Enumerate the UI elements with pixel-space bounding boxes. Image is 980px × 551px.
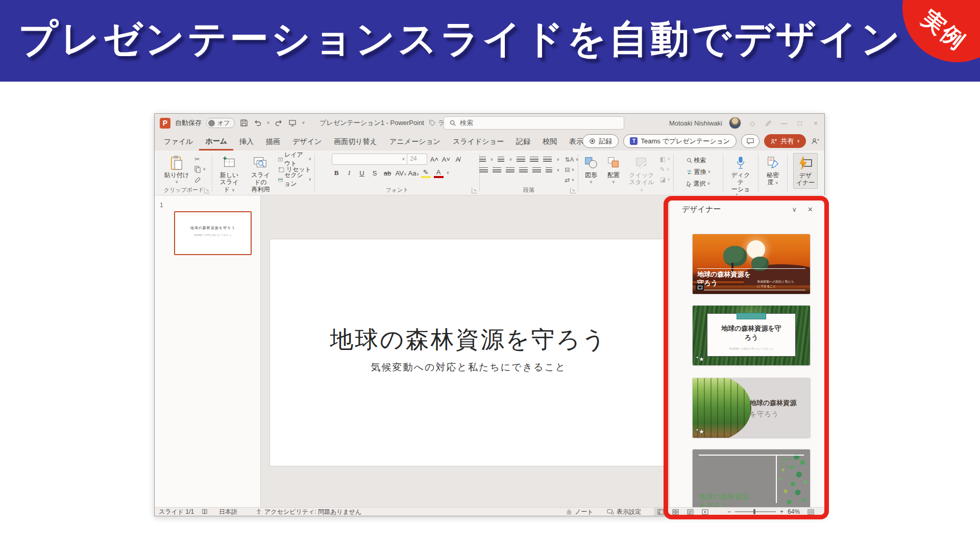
font-size-input[interactable]: 24 (407, 154, 427, 165)
designer-button[interactable]: デザイナー (793, 153, 818, 189)
slideshow-view-button[interactable] (698, 508, 712, 516)
design-suggestion-photo-arc[interactable]: 地球の森林資源 を守ろう ✦★ (693, 378, 810, 438)
reuse-slides-button[interactable]: スライドの再利用 (246, 153, 275, 194)
columns-icon[interactable] (532, 167, 541, 173)
italic-button[interactable]: I (345, 169, 354, 177)
design-suggestion-forest-card[interactable]: 地球の森林資源を守ろう 気候変動への対応と私たちにできること ✦★ (693, 306, 810, 365)
change-case-button[interactable]: Aa∨ (408, 169, 418, 177)
tab-record[interactable]: 記録 (510, 133, 536, 149)
slide-thumbnail[interactable]: 地球の森林資源を守ろう 気候変動への対応と私たちにできること (174, 211, 252, 255)
bold-button[interactable]: B (332, 169, 341, 177)
record-button[interactable]: 記録 (582, 134, 619, 148)
align-left-icon[interactable] (479, 167, 488, 173)
save-icon[interactable] (239, 118, 249, 128)
design-suggestion-sunset[interactable]: 地球の森林資源を守ろう 気候変動への対応と私たちにできること (693, 234, 810, 294)
tab-file[interactable]: ファイル (158, 133, 199, 149)
tab-slideshow[interactable]: スライドショー (447, 133, 510, 149)
format-painter-button[interactable] (194, 176, 206, 184)
share-button[interactable]: 共有 ∨ (764, 134, 806, 148)
teams-present-button[interactable]: T Teams でプレゼンテーション (623, 134, 737, 148)
shapes-button[interactable]: 図形∨ (581, 153, 601, 186)
maximize-button[interactable]: □ (795, 119, 804, 127)
notes-button[interactable]: ノート (566, 508, 594, 516)
layout-button[interactable]: レイアウト ∨ (278, 155, 311, 163)
fit-to-window-button[interactable] (804, 508, 817, 516)
font-dialog-launcher[interactable]: ↘ (472, 188, 477, 193)
language-indicator[interactable]: 日本語 (219, 508, 237, 516)
slide-indicator[interactable]: スライド 1/1 (159, 508, 194, 516)
redo-icon[interactable] (274, 118, 283, 128)
decrease-indent-icon[interactable] (517, 157, 525, 163)
align-center-icon[interactable] (493, 167, 501, 173)
powerpoint-logo-icon[interactable]: P (160, 118, 170, 129)
autosave-toggle[interactable]: オフ (206, 118, 235, 128)
normal-view-button[interactable] (654, 508, 667, 516)
spellcheck-book-icon[interactable] (202, 508, 208, 516)
increase-indent-icon[interactable] (530, 157, 538, 163)
reading-view-button[interactable] (683, 508, 697, 516)
character-spacing-button[interactable]: AV∨ (396, 169, 405, 177)
add-remove-columns-icon[interactable] (546, 167, 552, 173)
clear-formatting-icon[interactable]: A̸ (453, 156, 462, 163)
dictate-button[interactable]: ディクテーション ∨ (726, 153, 755, 202)
zoom-in-button[interactable]: + (780, 508, 783, 515)
arrange-button[interactable]: 配置∨ (604, 153, 623, 186)
paste-button[interactable]: 貼り付け ∨ (162, 153, 192, 186)
design-suggestion-splatter[interactable]: 気候変動への対応と私たちにできること 地球の森林資源を守ろう (693, 449, 810, 508)
copy-button[interactable]: ∨ (194, 165, 206, 173)
shape-outline-icon[interactable]: ✎ ∨ (660, 165, 670, 173)
select-button[interactable]: 選択 ∨ (686, 180, 711, 188)
strikethrough-button[interactable]: ab (383, 169, 393, 177)
zoom-out-button[interactable]: − (727, 508, 731, 515)
highlight-color-button[interactable]: ✎ (421, 168, 431, 178)
clipboard-dialog-launcher[interactable]: ↘ (204, 188, 210, 193)
font-color-button[interactable]: A (434, 168, 444, 178)
cut-button[interactable]: ✂ (194, 155, 206, 163)
tab-insert[interactable]: 挿入 (233, 133, 260, 149)
zoom-slider[interactable] (735, 511, 776, 512)
slide-title[interactable]: 地球の森林資源を守ろう (270, 324, 667, 356)
search-input[interactable]: 検索 (444, 116, 624, 130)
increase-font-icon[interactable]: A˄ (429, 156, 439, 163)
paragraph-dialog-launcher[interactable]: ↘ (570, 188, 576, 193)
quick-styles-button[interactable]: クイックスタイル ∨ (626, 153, 657, 194)
slide-canvas[interactable]: 地球の森林資源を守ろう 気候変動への対応と私たちにできること (270, 239, 668, 466)
slide-subtitle[interactable]: 気候変動への対応と私たちにできること (270, 361, 667, 374)
slideshow-icon[interactable] (288, 118, 297, 128)
designer-close-icon[interactable]: ✕ (807, 206, 813, 213)
quick-access-customize-icon[interactable]: ∨ (302, 121, 305, 125)
underline-button[interactable]: U (357, 169, 367, 177)
align-right-icon[interactable] (506, 167, 514, 173)
new-slide-button[interactable]: 新しいスライド ∨ (215, 153, 243, 194)
undo-icon[interactable] (253, 118, 262, 128)
find-button[interactable]: 検索 (686, 156, 711, 164)
numbering-icon[interactable] (498, 157, 504, 163)
text-shadow-button[interactable]: S (370, 169, 380, 177)
zoom-percent[interactable]: 64% (788, 508, 800, 515)
section-button[interactable]: セクション ∨ (278, 176, 311, 184)
display-settings-button[interactable]: 表示設定 (607, 508, 641, 516)
tab-design[interactable]: デザイン (286, 133, 328, 149)
shape-fill-icon[interactable]: ◧ ∨ (660, 155, 670, 163)
align-text-icon[interactable]: ⊟ ∨ (565, 166, 578, 174)
bullets-icon[interactable] (479, 157, 486, 163)
text-direction-icon[interactable]: ⇅A ∨ (565, 156, 578, 164)
line-spacing-icon[interactable] (543, 157, 552, 163)
slide-sorter-view-button[interactable] (669, 508, 682, 516)
decrease-font-icon[interactable]: A˅ (441, 156, 451, 163)
replace-button[interactable]: 置換 ∨ (686, 168, 711, 176)
tab-animations[interactable]: アニメーション (383, 133, 447, 149)
accessibility-status[interactable]: アクセシビリティ: 問題ありません (256, 508, 361, 516)
person-add-icon[interactable] (811, 137, 819, 145)
tab-draw[interactable]: 描画 (260, 133, 286, 149)
meet-now-icon[interactable]: ◇ (748, 119, 757, 127)
convert-smartart-icon[interactable]: ⇄ ∨ (565, 176, 578, 184)
pen-icon[interactable] (764, 120, 773, 127)
minimize-button[interactable]: — (779, 119, 789, 127)
justify-icon[interactable] (519, 167, 528, 173)
designer-collapse-icon[interactable]: ∨ (792, 206, 797, 213)
shape-effects-icon[interactable]: ◪ ∨ (660, 176, 670, 184)
undo-dropdown-icon[interactable]: ∨ (267, 121, 270, 125)
tab-review[interactable]: 校閲 (536, 133, 563, 149)
comments-button[interactable] (741, 134, 760, 148)
